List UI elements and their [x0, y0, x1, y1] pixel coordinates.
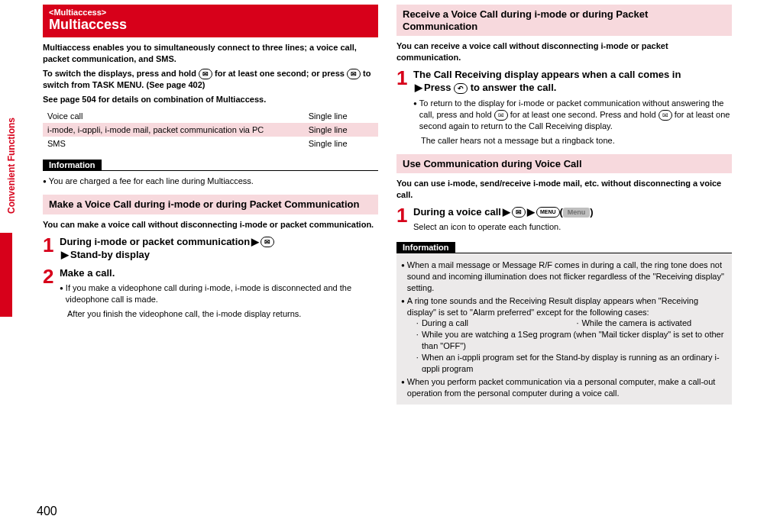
lines-table: Voice call Single line i-mode, i-αppli, … — [43, 109, 378, 150]
mail-key-icon: ✉ — [659, 110, 672, 121]
intro-line-2: To switch the displays, press and hold ✉… — [43, 68, 378, 91]
info-bullet: When you perform packet communication vi… — [401, 376, 727, 399]
step-text: During a voice call — [413, 206, 501, 218]
step-bullet: If you make a videophone call during i-m… — [60, 282, 378, 305]
info-bullet: When a mail message or Message R/F comes… — [401, 260, 727, 294]
arrow-icon: ▶ — [501, 206, 512, 218]
subsection-intro: You can use i-mode, send/receive i-mode … — [396, 178, 732, 201]
mail-key-icon: ✉ — [261, 237, 274, 247]
header-tag: <Multiaccess> — [49, 8, 372, 17]
sub-text: During a call — [422, 318, 468, 329]
step-text: to answer the call. — [468, 82, 556, 93]
mail-key-icon: ✉ — [512, 207, 526, 218]
step-text: Press — [424, 82, 454, 93]
menu-key-icon: MENU — [536, 207, 560, 218]
table-cell: SMS — [43, 137, 277, 150]
sub-bullet: When an i-αppli program set for the Stan… — [416, 352, 727, 375]
subsection-make-call: Make a Voice Call during i-mode or durin… — [43, 195, 378, 214]
information-label: Information — [396, 242, 455, 253]
subsection-receive-call: Receive a Voice Call during i-mode or du… — [396, 5, 732, 36]
table-row: Voice call Single line — [43, 109, 378, 123]
step-note: The caller hears not a message but a rin… — [421, 135, 732, 147]
left-column: <Multiaccess> Multiaccess Multiaccess en… — [37, 5, 384, 405]
step-number: 1 — [396, 68, 413, 147]
sub-text: When an i-αppli program set for the Stan… — [422, 352, 727, 375]
sub-bullet: While the camera is activated — [576, 318, 727, 329]
step-note: After you finish the videophone call, th… — [67, 308, 378, 320]
sub-text: While you are watching a 1Seg program (w… — [422, 329, 727, 352]
intro-text: for at least one second; or press — [215, 69, 347, 78]
page-number: 400 — [37, 505, 57, 518]
t: for at least one second. Press and hold — [508, 110, 659, 119]
mail-key-icon: ✉ — [347, 69, 361, 79]
table-row: i-mode, i-αppli, i-mode mail, packet com… — [43, 123, 378, 137]
intro-line-1: Multiaccess enables you to simultaneousl… — [43, 42, 378, 65]
section-header-multiaccess: <Multiaccess> Multiaccess — [43, 5, 378, 37]
subsection-use-comm: Use Communication during Voice Call — [396, 154, 732, 174]
mail-key-icon: ✉ — [494, 110, 508, 121]
header-title: Multiaccess — [49, 17, 372, 33]
step-number: 2 — [43, 266, 60, 320]
mail-key-icon: ✉ — [199, 69, 212, 79]
table-cell: Voice call — [43, 109, 277, 123]
call-key-icon: ↶ — [454, 83, 468, 94]
menu-pill-icon: Menu — [563, 208, 591, 218]
step-title: During a voice call▶✉▶MENU(Menu) — [413, 205, 732, 219]
step-2: 2 Make a call. If you make a videophone … — [43, 266, 378, 320]
step-text: The Call Receiving display appears when … — [413, 69, 681, 80]
table-row: SMS Single line — [43, 137, 378, 150]
step-note: Select an icon to operate each function. — [413, 221, 732, 233]
step-1: 1 The Call Receiving display appears whe… — [396, 68, 732, 147]
arrow-icon: ▶ — [413, 82, 424, 93]
step-number: 1 — [43, 235, 60, 262]
sub-bullet: While you are watching a 1Seg program (w… — [416, 329, 727, 352]
step-1: 1 During i-mode or packet communication▶… — [43, 235, 378, 262]
step-bullet: To return to the display for i-mode or p… — [413, 98, 732, 132]
arrow-icon: ▶ — [526, 206, 536, 218]
table-cell: Single line — [277, 123, 378, 137]
arrow-icon: ▶ — [250, 236, 261, 247]
paren: ) — [590, 206, 593, 218]
info-text: You are charged a fee for each line duri… — [49, 176, 254, 187]
side-tab-label: Convenient Functions — [6, 118, 17, 214]
step-text: During i-mode or packet communication — [60, 236, 250, 247]
table-cell: i-mode, i-αppli, i-mode mail, packet com… — [43, 123, 277, 137]
step-text: Stand-by display — [70, 249, 150, 260]
table-cell: Single line — [277, 109, 378, 123]
information-body: When a mail message or Message R/F comes… — [396, 253, 732, 405]
subsection-intro: You can make a voice call without discon… — [43, 219, 378, 231]
step-title: Make a call. — [60, 266, 378, 280]
step-1b: 1 During a voice call▶✉▶MENU(Menu) Selec… — [396, 205, 732, 233]
info-text-group: A ring tone sounds and the Receiving Res… — [407, 295, 727, 375]
step-title: The Call Receiving display appears when … — [413, 68, 732, 95]
step-text: If you make a videophone call during i-m… — [66, 282, 378, 305]
sub-bullet: During a call — [416, 318, 568, 329]
information-label: Information — [43, 160, 102, 170]
side-accent-box — [0, 233, 12, 317]
info-bullet: You are charged a fee for each line duri… — [43, 176, 378, 187]
sub-text: While the camera is activated — [581, 318, 691, 329]
arrow-icon: ▶ — [60, 249, 70, 260]
information-body: You are charged a fee for each line duri… — [43, 170, 378, 187]
step-text: To return to the display for i-mode or p… — [419, 98, 732, 132]
right-column: Receive a Voice Call during i-mode or du… — [390, 5, 738, 405]
step-number: 1 — [396, 205, 413, 233]
step-title: During i-mode or packet communication▶✉ … — [60, 235, 378, 262]
info-text: When a mail message or Message R/F comes… — [407, 260, 727, 294]
info-text: When you perform packet communication vi… — [407, 376, 727, 399]
info-bullet: A ring tone sounds and the Receiving Res… — [401, 295, 727, 375]
intro-line-3: See page 504 for details on combination … — [43, 94, 378, 105]
info-text: A ring tone sounds and the Receiving Res… — [407, 296, 698, 317]
subsection-intro: You can receive a voice call without dis… — [396, 40, 732, 63]
intro-text: To switch the displays, press and hold — [43, 69, 199, 78]
table-cell: Single line — [277, 137, 378, 150]
